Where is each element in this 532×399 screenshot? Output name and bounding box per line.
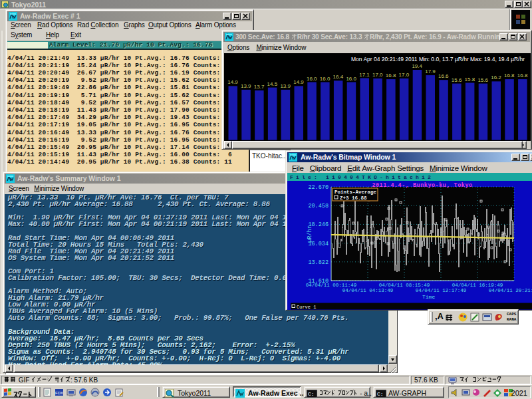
svg-text:17.1: 17.1 <box>359 72 370 78</box>
svg-text:15.8: 15.8 <box>465 76 475 82</box>
svg-text:16.0: 16.0 <box>320 76 331 82</box>
svg-text:16.0: 16.0 <box>307 76 317 82</box>
svg-text:17.0: 17.0 <box>399 72 410 78</box>
svg-text:16.2: 16.2 <box>491 74 501 80</box>
svg-text:16.0: 16.0 <box>346 76 356 82</box>
svg-text:04/04/11 20:21:49: 04/04/11 20:21:49 <box>489 288 532 293</box>
svg-text:13.9: 13.9 <box>241 83 251 89</box>
svg-text:13.7: 13.7 <box>254 84 265 90</box>
svg-text:Time: Time <box>422 294 435 300</box>
svg-text:04/04/11 00:11:49: 04/04/11 00:11:49 <box>306 283 357 288</box>
svg-text:17.9: 17.9 <box>425 68 436 74</box>
svg-text:16.8: 16.8 <box>504 72 515 78</box>
svg-text:Mon Apr 04 20:21:49 2011 Min:: Mon Apr 04 20:21:49 2011 Min: 0.0, 13.7 … <box>351 56 525 63</box>
svg-text:16.8: 16.8 <box>517 72 528 78</box>
svg-text:FDX: FDX <box>55 391 63 395</box>
svg-text:17.0: 17.0 <box>372 72 383 78</box>
svg-text:Z+3 16.88: Z+3 16.88 <box>340 196 367 201</box>
svg-text:15.6: 15.6 <box>452 77 462 83</box>
svg-text:15.6: 15.6 <box>477 77 488 83</box>
svg-text:04/04/11 12:17:49: 04/04/11 12:17:49 <box>416 288 467 293</box>
svg-text:20.458: 20.458 <box>308 203 329 209</box>
svg-text:Points-Average: Points-Average <box>334 190 377 195</box>
svg-text:Curve 1: Curve 1 <box>297 305 316 310</box>
svg-text:04/04/11 08:15:49: 04/04/11 08:15:49 <box>379 283 430 288</box>
svg-text:C:: C: <box>377 391 384 397</box>
svg-text:16.4: 16.4 <box>333 74 344 80</box>
svg-text:13.822: 13.822 <box>308 259 329 266</box>
svg-text:04/04/11 04:13:49: 04/04/11 04:13:49 <box>342 288 394 293</box>
svg-text:µR/hr: µR/hr <box>307 225 313 243</box>
svg-text:19.4: 19.4 <box>412 63 422 69</box>
svg-text:14.9: 14.9 <box>293 79 304 85</box>
svg-text:16.6: 16.6 <box>438 73 449 79</box>
svg-text:14.5: 14.5 <box>267 81 278 87</box>
svg-text:22.670: 22.670 <box>308 184 329 191</box>
svg-text:C:: C: <box>308 391 315 397</box>
svg-text:04/04/11 16:19:49: 04/04/11 16:19:49 <box>452 283 503 288</box>
svg-text:16.8: 16.8 <box>386 72 396 78</box>
svg-text:14.9: 14.9 <box>227 79 238 85</box>
svg-text:2011.4.4-, Bunkyo-ku, Tokyo: 2011.4.4-, Bunkyo-ku, Tokyo <box>372 182 472 189</box>
svg-text:13.9: 13.9 <box>280 83 291 89</box>
